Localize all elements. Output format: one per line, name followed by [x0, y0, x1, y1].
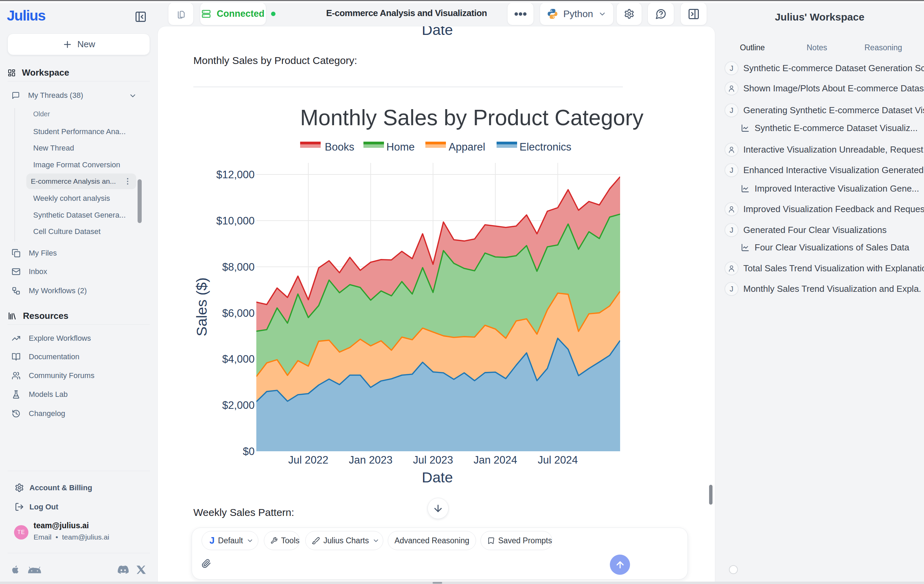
svg-text:Jan 2024: Jan 2024	[474, 454, 517, 466]
svg-text:Jul 2022: Jul 2022	[288, 454, 328, 466]
svg-text:Electronics: Electronics	[520, 141, 571, 153]
svg-text:$8,000: $8,000	[222, 261, 255, 273]
svg-text:Books: Books	[325, 141, 354, 153]
svg-text:$12,000: $12,000	[216, 169, 255, 181]
svg-text:$6,000: $6,000	[222, 307, 255, 319]
svg-text:$2,000: $2,000	[222, 399, 255, 411]
svg-text:Home: Home	[386, 141, 415, 153]
svg-text:Monthly Sales by Product Categ: Monthly Sales by Product Category	[300, 106, 644, 130]
svg-text:Date: Date	[422, 469, 453, 485]
svg-text:Sales ($): Sales ($)	[193, 277, 210, 336]
svg-text:Weekly Sales Pattern:: Weekly Sales Pattern:	[193, 506, 294, 518]
svg-text:$0: $0	[243, 445, 255, 457]
svg-text:Jul 2023: Jul 2023	[413, 454, 453, 466]
svg-text:Jul 2024: Jul 2024	[538, 454, 578, 466]
svg-text:Monthly Sales by Product Categ: Monthly Sales by Product Category:	[193, 55, 357, 66]
svg-text:Date: Date	[422, 21, 453, 38]
svg-text:Jan 2023: Jan 2023	[349, 454, 393, 466]
svg-text:Apparel: Apparel	[449, 141, 485, 153]
svg-text:$4,000: $4,000	[222, 353, 255, 365]
svg-text:$10,000: $10,000	[216, 215, 255, 227]
